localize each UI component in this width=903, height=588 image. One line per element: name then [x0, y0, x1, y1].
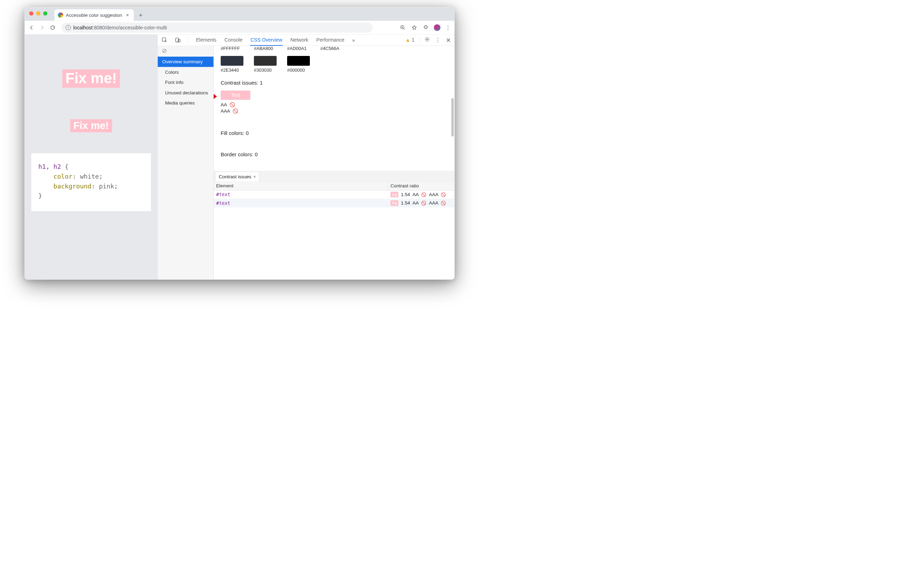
rendered-page: Fix me! Fix me! h1, h2 { color: white; b… [25, 35, 158, 280]
sidebar-item-unused[interactable]: Unused declarations [158, 88, 214, 98]
extensions-icon[interactable] [422, 24, 429, 31]
tab-elements[interactable]: Elements [196, 35, 217, 45]
traffic-lights [29, 11, 47, 16]
issues-tabbar: Contrast issues × [214, 171, 455, 181]
profile-avatar[interactable] [434, 24, 440, 31]
device-toggle-icon[interactable] [175, 37, 181, 43]
zoom-icon[interactable] [400, 24, 406, 31]
aa-text: AA [412, 192, 418, 198]
tabs-overflow-button[interactable]: » [352, 37, 355, 43]
devtools-panel: Elements Console CSS Overview Network Pe… [158, 35, 455, 280]
url-host: localhost [74, 25, 93, 30]
tab-performance[interactable]: Performance [316, 35, 345, 45]
new-tab-button[interactable]: + [136, 11, 145, 20]
code-val-bg: : pink; [91, 182, 118, 190]
issues-tab-close-icon[interactable]: × [253, 175, 256, 179]
fail-icon: 🚫 [421, 192, 426, 197]
fail-icon: 🚫 [440, 192, 446, 197]
element-name: #text [216, 192, 230, 198]
sidebar-item-font[interactable]: Font info [158, 77, 214, 88]
maximize-window-button[interactable] [43, 11, 47, 16]
fail-icon: 🚫 [421, 201, 426, 206]
code-selector: h1, h2 [38, 163, 61, 170]
swatch-label: #FFFFFF [221, 46, 244, 51]
devtools-close-button[interactable]: ✕ [446, 36, 451, 43]
issues-row[interactable]: #text Aa 1.54 AA🚫 AAA🚫 [214, 199, 455, 208]
site-info-icon[interactable]: i [66, 25, 71, 30]
col-element: Element [214, 181, 388, 190]
minimize-window-button[interactable] [36, 11, 41, 16]
forward-button[interactable] [39, 24, 46, 31]
color-swatch[interactable] [254, 56, 277, 66]
warning-count: 1 [412, 37, 414, 42]
sidebar-item-media[interactable]: Media queries [158, 98, 214, 108]
url-port: :8080 [93, 25, 105, 30]
devtools-settings-button[interactable] [425, 37, 430, 44]
contrast-sample-swatch[interactable]: Text [221, 91, 250, 100]
issues-tab-label: Contrast issues [219, 174, 252, 180]
browser-tab[interactable]: Accessible color suggestion × [55, 9, 134, 21]
ratio-value: 1.54 [401, 192, 410, 198]
aaa-text: AAA [429, 192, 438, 198]
css-overview-main: #FFFFFF #ABA800 #AD00A1 #4C566A #2E3440 [214, 46, 455, 280]
inspect-icon[interactable] [162, 37, 168, 43]
code-val-color: : white; [72, 173, 103, 180]
code-prop-bg: background [53, 182, 91, 190]
issues-tab-chip[interactable]: Contrast issues × [216, 172, 259, 181]
aa-text: AA [412, 200, 418, 206]
address-bar[interactable]: i localhost:8080/demo/accessible-color-m… [61, 22, 373, 33]
wcag-ratings: AA🚫 AAA🚫 [214, 102, 455, 114]
annotation-arrow-icon [214, 91, 217, 103]
code-brace-close: } [38, 192, 42, 200]
color-swatch[interactable] [287, 56, 310, 66]
contrast-issues-heading: Contrast issues: 1 [214, 73, 455, 89]
issues-grid-header: Element Contrast ratio [214, 181, 455, 190]
code-brace-open: { [61, 163, 69, 170]
aaa-text: AAA [429, 200, 438, 206]
ratio-value: 1.54 [401, 200, 410, 206]
swatch-labels-row2: #2E3440 #303030 #000000 [214, 68, 455, 73]
content-area: Fix me! Fix me! h1, h2 { color: white; b… [25, 35, 455, 280]
aa-label: AA [221, 102, 227, 107]
devtools-menu-button[interactable]: ⋮ [435, 37, 441, 43]
warnings-indicator[interactable]: ▲1 [405, 37, 414, 42]
sample-chip: Aa [391, 192, 399, 197]
fail-icon: 🚫 [233, 108, 238, 113]
fail-icon: 🚫 [230, 102, 235, 107]
contrast-issues-panel: Contrast issues × Element Con [214, 171, 455, 239]
code-block: h1, h2 { color: white; background: pink;… [31, 154, 151, 212]
css-overview-sidebar: Overview summary Colors Font info Unused… [158, 46, 214, 280]
swatch-label: #ABA800 [254, 46, 277, 51]
fail-icon: 🚫 [440, 201, 446, 206]
element-name: #text [216, 200, 230, 206]
scrollbar[interactable] [452, 98, 454, 137]
swatch-labels-row1: #FFFFFF #ABA800 #AD00A1 #4C566A [214, 46, 455, 51]
color-swatch[interactable] [221, 56, 244, 66]
browser-window: Accessible color suggestion × + i localh… [25, 7, 455, 280]
issues-row[interactable]: #text Aa 1.54 AA🚫 AAA🚫 [214, 190, 455, 199]
page-h1: Fix me! [62, 69, 120, 88]
sidebar-item-overview[interactable]: Overview summary [158, 57, 214, 67]
tab-network[interactable]: Network [290, 35, 308, 45]
sidebar-item-colors[interactable]: Colors [158, 67, 214, 78]
tab-css-overview[interactable]: CSS Overview [250, 35, 283, 46]
bookmark-star-icon[interactable] [411, 24, 418, 31]
page-h2: Fix me! [70, 119, 112, 132]
tab-close-button[interactable]: × [125, 12, 130, 18]
back-button[interactable] [28, 24, 35, 31]
warning-icon: ▲ [405, 37, 410, 42]
sample-chip: Aa [391, 200, 399, 206]
reload-button[interactable] [49, 24, 56, 31]
tab-title: Accessible color suggestion [66, 12, 122, 18]
toolbar: i localhost:8080/demo/accessible-color-m… [25, 21, 455, 35]
favicon-icon [58, 13, 63, 18]
svg-point-4 [426, 38, 428, 40]
url-path: /demo/accessible-color-multi [105, 25, 167, 30]
col-contrast-ratio: Contrast ratio [388, 181, 455, 190]
close-window-button[interactable] [29, 11, 33, 16]
fill-colors-heading: Fill colors: 0 [214, 114, 455, 139]
chrome-menu-button[interactable]: ⋮ [445, 24, 451, 31]
tab-console[interactable]: Console [224, 35, 243, 45]
swatch-label: #000000 [287, 68, 310, 73]
clear-overview-button[interactable] [158, 47, 214, 57]
